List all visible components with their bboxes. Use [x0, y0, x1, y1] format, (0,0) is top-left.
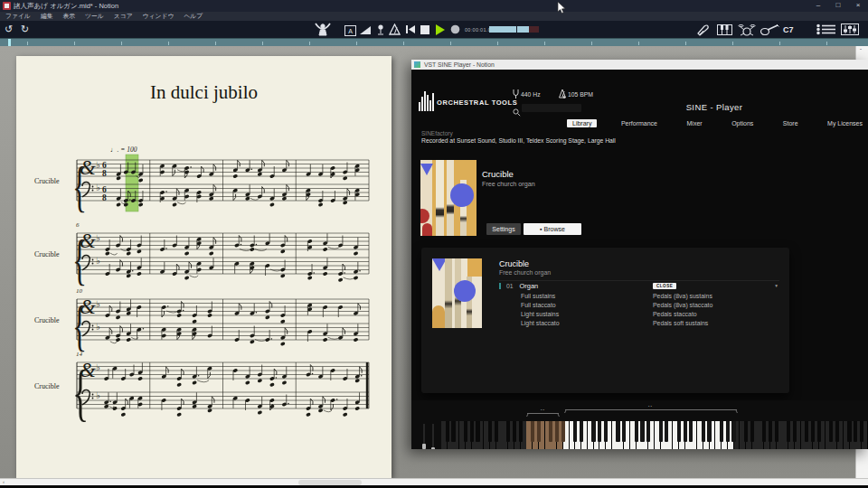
vst-titlebar[interactable]: VST SINE Player - Notion: [411, 60, 868, 70]
black-key[interactable]: [787, 421, 790, 442]
menu-5[interactable]: ウィンドウ: [143, 12, 175, 21]
text-tool-icon[interactable]: A: [344, 25, 356, 36]
black-key[interactable]: [854, 421, 857, 442]
black-key[interactable]: [513, 421, 516, 442]
black-key[interactable]: [488, 421, 492, 442]
black-key[interactable]: [750, 421, 754, 442]
mixer-panel-icon[interactable]: [841, 23, 859, 36]
tuning-display[interactable]: 440 Hz: [513, 89, 541, 99]
tab-options[interactable]: Options: [726, 119, 759, 127]
black-key[interactable]: [622, 421, 626, 442]
black-key[interactable]: [549, 421, 552, 442]
black-key[interactable]: [762, 421, 766, 442]
record-button[interactable]: [450, 23, 460, 36]
articulation-item[interactable]: Light sustains: [521, 310, 560, 319]
black-key[interactable]: [720, 421, 723, 442]
black-key[interactable]: [451, 421, 455, 442]
articulation-item[interactable]: Pedals soft sustains: [653, 319, 712, 328]
close-button[interactable]: CLOSE: [653, 283, 676, 289]
black-key[interactable]: [707, 421, 711, 442]
black-key[interactable]: [537, 421, 541, 442]
pen-entry-icon[interactable]: [696, 23, 711, 36]
black-key[interactable]: [604, 421, 608, 442]
black-key[interactable]: [860, 421, 863, 442]
black-key[interactable]: [684, 421, 687, 442]
close-button[interactable]: ×: [848, 0, 868, 12]
black-key[interactable]: [847, 421, 851, 442]
black-key[interactable]: [744, 421, 748, 442]
black-key[interactable]: [635, 421, 638, 442]
black-key[interactable]: [702, 421, 705, 442]
menu-0[interactable]: ファイル: [5, 12, 31, 21]
black-key[interactable]: [555, 421, 559, 442]
black-key[interactable]: [726, 421, 730, 442]
black-key[interactable]: [731, 421, 735, 442]
menu-6[interactable]: ヘルプ: [184, 12, 203, 21]
black-key[interactable]: [495, 421, 498, 442]
piano-keyboard[interactable]: [441, 421, 868, 449]
menu-1[interactable]: 編集: [41, 12, 53, 21]
tab-store[interactable]: Store: [778, 119, 804, 127]
black-key[interactable]: [476, 421, 479, 442]
articulation-item[interactable]: Light staccato: [521, 319, 560, 328]
metronome-icon[interactable]: [389, 23, 401, 36]
chevron-down-icon[interactable]: ▾: [775, 283, 778, 288]
articulation-item[interactable]: Full sustains: [521, 292, 560, 301]
dynamics-ramp-icon[interactable]: [360, 23, 372, 36]
menu-3[interactable]: ツール: [85, 12, 104, 21]
scroll-up-icon[interactable]: ˆ: [860, 48, 862, 53]
black-key[interactable]: [470, 421, 474, 442]
articulation-item[interactable]: Pedals (8va) staccato: [653, 301, 712, 310]
search-input[interactable]: [522, 104, 581, 112]
drums-icon[interactable]: [738, 23, 756, 36]
browse-button[interactable]: ▪ Browse: [524, 223, 581, 235]
pitch-wheel[interactable]: [423, 424, 425, 449]
list-view-icon[interactable]: [816, 23, 836, 36]
black-key[interactable]: [640, 421, 644, 442]
mic-icon[interactable]: [376, 23, 385, 36]
undo-icon[interactable]: ↺: [5, 23, 13, 36]
tab-performance[interactable]: Performance: [616, 119, 663, 127]
search-icon[interactable]: [513, 104, 521, 120]
black-key[interactable]: [573, 421, 577, 442]
ntempo-conductor-icon[interactable]: [311, 23, 335, 36]
black-key[interactable]: [446, 421, 449, 442]
black-key[interactable]: [769, 421, 772, 442]
menu-2[interactable]: 表示: [62, 12, 75, 21]
minimize-button[interactable]: –: [808, 0, 828, 12]
score-page[interactable]: In dulci jubilo {Crucible&♭♭6868♩. = 100…: [16, 56, 392, 478]
articulation-item[interactable]: Pedals (8va) sustains: [653, 292, 712, 301]
black-key[interactable]: [531, 421, 534, 442]
instrument-slot-row[interactable]: 01 Organ CLOSE ▾: [499, 280, 779, 291]
settings-button[interactable]: Settings: [486, 223, 521, 235]
crucible-artwork-small[interactable]: [432, 258, 482, 328]
maximize-button[interactable]: □: [828, 0, 848, 12]
black-key[interactable]: [580, 421, 583, 442]
mod-wheel[interactable]: [432, 424, 434, 449]
tempo-display[interactable]: 105 BPM: [559, 89, 593, 99]
stop-button[interactable]: [420, 23, 429, 36]
black-key[interactable]: [591, 421, 595, 442]
redo-icon[interactable]: ↻: [21, 23, 29, 36]
piano-keyboard-icon[interactable]: [717, 23, 732, 36]
black-key[interactable]: [805, 421, 808, 442]
black-key[interactable]: [464, 421, 467, 442]
black-key[interactable]: [646, 421, 650, 442]
black-key[interactable]: [665, 421, 668, 442]
black-key[interactable]: [519, 421, 523, 442]
black-key[interactable]: [598, 421, 601, 442]
black-key[interactable]: [616, 421, 619, 442]
black-key[interactable]: [677, 421, 681, 442]
black-key[interactable]: [775, 421, 778, 442]
black-key[interactable]: [506, 421, 510, 442]
black-key[interactable]: [659, 421, 663, 442]
black-key[interactable]: [793, 421, 797, 442]
black-key[interactable]: [811, 421, 815, 442]
tab-mixer[interactable]: Mixer: [682, 119, 708, 127]
black-key[interactable]: [817, 421, 821, 442]
scroll-left-icon[interactable]: ‹: [3, 479, 5, 484]
black-key[interactable]: [829, 421, 833, 442]
score-notation[interactable]: {Crucible&♭♭6868♩. = 100{Crucible6&♭♭{Cr…: [16, 56, 392, 478]
rewind-button[interactable]: [405, 23, 416, 36]
guitar-icon[interactable]: [760, 23, 779, 36]
